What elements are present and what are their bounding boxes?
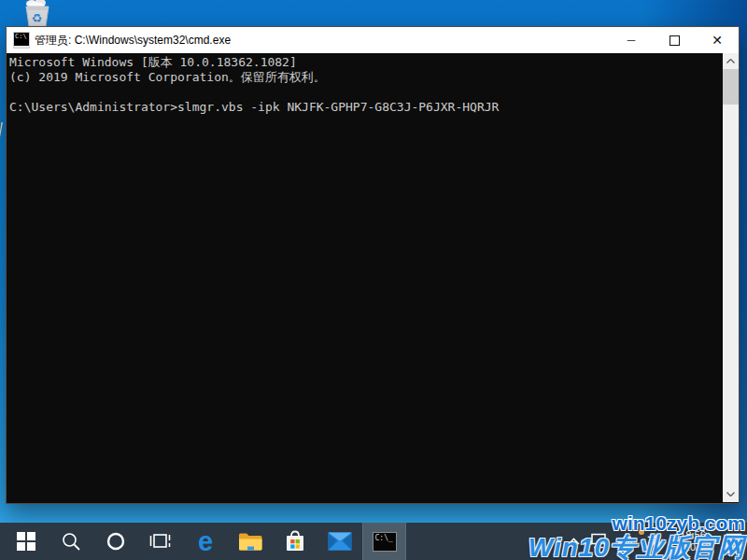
clock-date: 2020/9/7: [669, 541, 717, 553]
action-center-icon: [726, 533, 742, 550]
desktop: ♻ C:\ 管理员: C:\Windows\system32\cmd.exe ─…: [0, 0, 747, 560]
terminal-line: Microsoft Windows [版本 10.0.18362.1082]: [9, 55, 718, 70]
taskbar: e: [0, 523, 747, 560]
console-area[interactable]: Microsoft Windows [版本 10.0.18362.1082](c…: [7, 53, 739, 502]
maximize-icon: [669, 35, 680, 46]
chevron-up-icon: [568, 538, 580, 545]
ime-notification-dot: [639, 529, 644, 535]
task-view-button[interactable]: [138, 523, 183, 560]
cortana-button[interactable]: [93, 523, 138, 560]
recycle-bin-icon[interactable]: ♻: [19, 0, 56, 27]
task-view-icon: [149, 531, 172, 552]
folder-icon: [238, 531, 262, 552]
speaker-icon: [617, 534, 634, 549]
terminal-line: [9, 85, 718, 100]
taskbar-clock[interactable]: 18:56 2020/9/7: [669, 529, 717, 553]
cmd-taskbar-button[interactable]: C:\_: [362, 523, 406, 560]
console-scrollbar[interactable]: [723, 53, 739, 502]
file-explorer-button[interactable]: [228, 523, 273, 560]
network-tray-button[interactable]: [588, 533, 609, 550]
ime-language-indicator[interactable]: 英: [642, 533, 660, 550]
search-button[interactable]: [49, 523, 93, 560]
scroll-down-icon[interactable]: [723, 486, 739, 502]
scrollbar-thumb[interactable]: [723, 69, 739, 105]
show-hidden-icons-button[interactable]: [568, 538, 580, 545]
cmd-titlebar[interactable]: C:\ 管理员: C:\Windows\system32\cmd.exe ─ ✕: [7, 27, 739, 53]
edge-icon: e: [198, 528, 213, 555]
terminal-line: (c) 2019 Microsoft Corporation。保留所有权利。: [9, 70, 718, 85]
console-output: Microsoft Windows [版本 10.0.18362.1082](c…: [9, 55, 718, 115]
edge-button[interactable]: e: [183, 523, 228, 560]
clock-time: 18:56: [669, 529, 717, 541]
store-button[interactable]: [273, 523, 317, 560]
cmd-icon: C:\_: [373, 532, 397, 552]
maximize-button[interactable]: [653, 27, 696, 53]
cortana-circle-icon: [106, 531, 126, 552]
minimize-button[interactable]: ─: [610, 27, 653, 53]
partial-desktop-glyph: [0, 122, 3, 137]
store-icon: [285, 530, 305, 553]
ethernet-network-icon: [588, 533, 609, 550]
system-tray: 英 18:56 2020/9/7: [559, 523, 747, 560]
windows-logo-icon: [17, 532, 35, 551]
svg-text:♻: ♻: [32, 11, 43, 25]
start-button[interactable]: [4, 523, 49, 560]
mail-button[interactable]: [317, 523, 362, 560]
search-icon: [61, 531, 81, 552]
cmd-window: C:\ 管理员: C:\Windows\system32\cmd.exe ─ ✕…: [6, 26, 740, 504]
scroll-up-icon[interactable]: [723, 53, 739, 69]
terminal-line: C:\Users\Administrator>slmgr.vbs -ipk NK…: [9, 100, 718, 115]
window-title: 管理员: C:\Windows\system32\cmd.exe: [35, 33, 610, 49]
volume-tray-button[interactable]: [617, 534, 634, 549]
cmd-icon: C:\: [14, 33, 29, 48]
mail-icon: [328, 532, 352, 551]
close-button[interactable]: ✕: [696, 27, 739, 53]
action-center-button[interactable]: [726, 533, 742, 550]
